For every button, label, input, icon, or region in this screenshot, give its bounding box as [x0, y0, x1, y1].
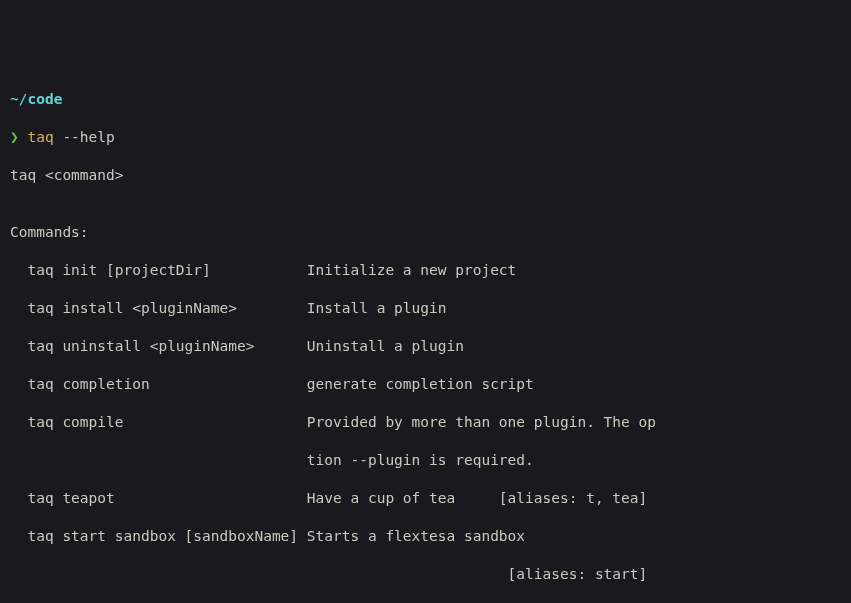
cwd-line-1: ~/code [10, 90, 841, 109]
output-cmd-teapot: taq teapot Have a cup of tea [aliases: t… [10, 489, 841, 508]
command-line-1[interactable]: ❯ taq --help [10, 128, 841, 147]
tilde: ~/ [10, 91, 27, 107]
output-cmd-completion: taq completion generate completion scrip… [10, 375, 841, 394]
output-usage: taq <command> [10, 166, 841, 185]
output-cmd-compile-b: tion --plugin is required. [10, 451, 841, 470]
output-cmd-init: taq init [projectDir] Initialize a new p… [10, 261, 841, 280]
output-commands-hdr: Commands: [10, 223, 841, 242]
command-flag: --help [62, 129, 114, 145]
output-cmd-compile: taq compile Provided by more than one pl… [10, 413, 841, 432]
prompt-symbol: ❯ [10, 129, 27, 145]
command-name: taq [27, 129, 62, 145]
cwd-path: code [27, 91, 62, 107]
output-cmd-uninstall: taq uninstall <pluginName> Uninstall a p… [10, 337, 841, 356]
output-cmd-start: taq start sandbox [sandboxName] Starts a… [10, 527, 841, 546]
output-cmd-start-b: [aliases: start] [10, 565, 841, 584]
output-cmd-install: taq install <pluginName> Install a plugi… [10, 299, 841, 318]
